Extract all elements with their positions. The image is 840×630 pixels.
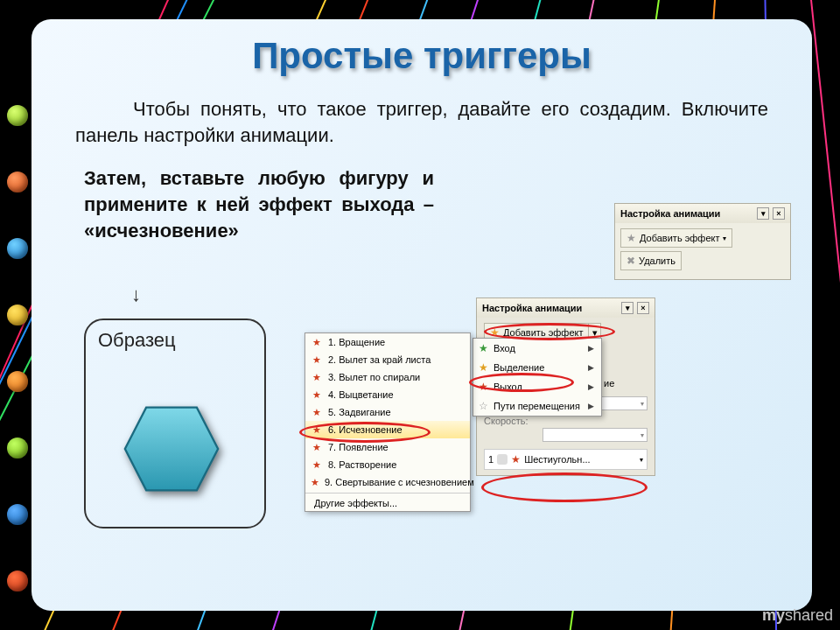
speed-select[interactable]: ▾ (542, 428, 648, 442)
menu-item[interactable]: ★3. Вылет по спирали (305, 368, 470, 386)
panel2-close-icon[interactable]: × (637, 302, 649, 314)
page-title: Простые триггеры (58, 35, 786, 77)
menu-label: 8. Растворение (328, 459, 396, 470)
effect-list-item[interactable]: 1 ★ Шестиугольн... ▾ (484, 449, 648, 470)
panel1-dropdown-icon[interactable]: ▾ (757, 207, 769, 220)
exit-star-icon: ★ (311, 458, 323, 471)
side-dots (7, 105, 28, 592)
arrow-down-icon: ↓ (131, 284, 141, 306)
mouse-icon (497, 454, 508, 465)
exit-effects-menu: ★1. Вращение ★2. Вылет за край листа ★3.… (304, 332, 471, 512)
effect-category-submenu: ★Вход ▶ ★Выделение ▶ ★Выход ▶ ☆Пути пере… (472, 338, 602, 416)
animation-panel-1: Настройка анимации ▾ × ★ Добавить эффект… (614, 203, 791, 280)
menu-item[interactable]: ★1. Вращение (305, 333, 470, 351)
menu-label: 3. Вылет по спирали (328, 372, 420, 382)
menu-label: 6. Исчезновение (328, 424, 402, 435)
hexagon-shape[interactable] (121, 403, 222, 494)
remove-label: Удалить (639, 256, 676, 266)
watermark: myshared (762, 606, 833, 625)
submenu-entry[interactable]: ★Выделение ▶ (473, 358, 601, 377)
menu-label: 1. Вращение (328, 337, 385, 347)
panel2-dropdown-icon[interactable]: ▾ (621, 302, 634, 314)
add-effect-button[interactable]: ★ Добавить эффект ▾ (620, 228, 732, 248)
remove-icon: ✖ (626, 255, 635, 267)
menu-label: 4. Выцветание (328, 389, 394, 400)
remove-effect-button[interactable]: ✖ Удалить (620, 251, 682, 270)
submenu-label: Пути перемещения (494, 401, 580, 411)
chevron-right-icon: ▶ (588, 402, 594, 410)
exit-star-icon: ★ (311, 476, 319, 488)
emphasis-star-icon: ★ (479, 361, 488, 374)
exit-star-icon: ★ (311, 406, 323, 418)
panel2-add-label: Добавить эффект (503, 327, 583, 338)
menu-label: Другие эффекты... (311, 498, 397, 508)
star-icon: ★ (626, 232, 636, 244)
cut-text: ие (604, 378, 614, 388)
menu-item[interactable]: ★7. Появление (305, 438, 470, 456)
exit-star-icon: ★ (311, 354, 323, 366)
add-effect-label: Добавить эффект (640, 233, 719, 243)
menu-label: 5. Задвигание (328, 407, 391, 417)
slide-body: Простые триггеры Чтобы понять, что такое… (32, 19, 812, 611)
submenu-entry[interactable]: ☆Пути перемещения ▶ (473, 396, 601, 416)
exit-star-icon: ★ (311, 371, 323, 383)
speed-label: Скорость: (484, 416, 528, 426)
exit-star-icon: ★ (311, 336, 323, 348)
menu-item[interactable]: ★8. Растворение (305, 456, 470, 473)
highlight-ring-item (481, 472, 648, 502)
submenu-label: Выделение (494, 362, 544, 373)
entry-star-icon: ★ (479, 342, 488, 354)
chevron-down-icon[interactable]: ▾ (640, 456, 643, 464)
menu-item[interactable]: ★5. Задвигание (305, 403, 470, 421)
submenu-entry[interactable]: ★Вход ▶ (473, 339, 601, 358)
chevron-right-icon: ▶ (588, 363, 594, 372)
menu-item[interactable]: ★9. Свертывание с исчезновением (305, 473, 470, 491)
menu-item[interactable]: ★2. Вылет за край листа (305, 351, 470, 368)
exit-star-icon: ★ (311, 388, 323, 401)
exit-star-icon: ★ (311, 441, 323, 453)
effect-item-label: Шестиугольн... (524, 454, 590, 465)
item-number: 1 (488, 454, 494, 465)
sample-label: Образец (98, 329, 252, 352)
sample-box: Образец (84, 318, 266, 528)
menu-more[interactable]: Другие эффекты... (305, 495, 470, 511)
motion-star-icon: ☆ (479, 400, 488, 412)
submenu-label: Выход (494, 382, 522, 392)
exit-star-icon: ★ (511, 453, 521, 466)
second-text: Затем, вставьте любую фигуру и примените… (84, 165, 434, 243)
exit-star-icon: ★ (311, 424, 323, 436)
intro-text: Чтобы понять, что такое триггер, давайте… (75, 96, 768, 148)
menu-item-highlighted[interactable]: ★6. Исчезновение (305, 421, 470, 438)
submenu-label: Вход (494, 343, 515, 354)
chevron-right-icon: ▶ (588, 382, 594, 391)
menu-label: 7. Появление (328, 442, 388, 452)
exit-star-icon: ★ (479, 381, 488, 393)
submenu-entry[interactable]: ★Выход ▶ (473, 377, 601, 396)
menu-item[interactable]: ★4. Выцветание (305, 386, 470, 403)
chevron-right-icon: ▶ (588, 344, 594, 353)
panel1-title: Настройка анимации (620, 208, 720, 219)
star-icon: ★ (490, 326, 500, 339)
svg-marker-0 (125, 408, 218, 491)
chevron-down-icon: ▾ (723, 234, 726, 242)
panel2-title: Настройка анимации (482, 303, 582, 313)
menu-label: 9. Свертывание с исчезновением (325, 477, 474, 487)
panel1-close-icon[interactable]: × (773, 207, 785, 220)
menu-label: 2. Вылет за край листа (328, 354, 430, 365)
